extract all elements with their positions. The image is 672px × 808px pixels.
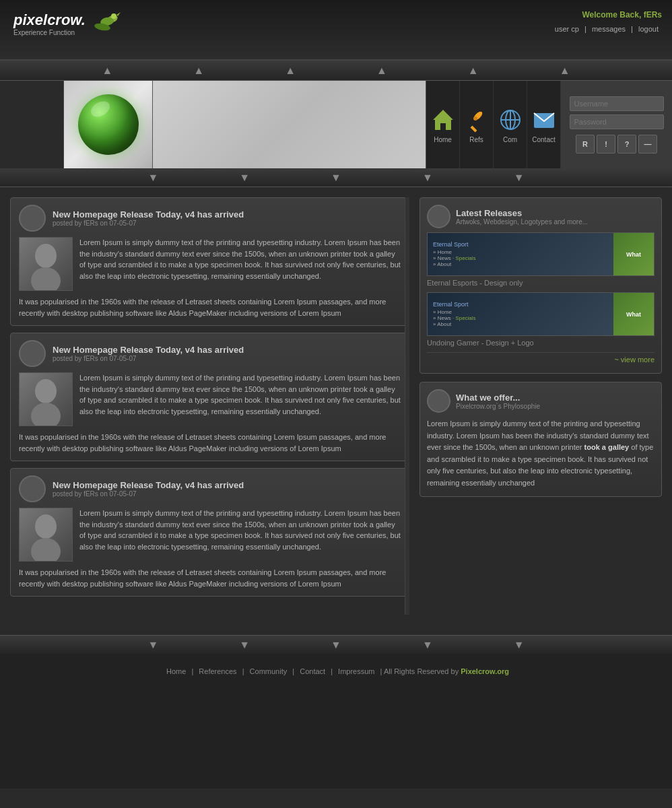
sphere-graphic	[78, 94, 139, 155]
post-title: New Homepage Release Today, v4 has arriv…	[53, 209, 244, 220]
release-stripe-2: What	[613, 293, 654, 335]
messages-link[interactable]: messages	[592, 25, 626, 33]
nav-tick-bar-2: ▼ ▼ ▼ ▼ ▼	[0, 168, 672, 187]
nav-tick-5: ▲	[468, 65, 479, 77]
footer-community-link[interactable]: Community	[250, 667, 288, 675]
login-submit-button[interactable]: R	[576, 135, 595, 154]
svg-point-16	[31, 403, 61, 426]
svg-point-3	[111, 13, 116, 19]
login-help-button[interactable]: ?	[617, 135, 636, 154]
nav-refs[interactable]: Refs	[460, 81, 494, 168]
site-tagline: Experience Function	[13, 29, 86, 36]
offer-body: Lorem Ipsum is simply dummy text of the …	[427, 418, 654, 490]
post-thumbnail	[19, 508, 73, 562]
password-input[interactable]	[570, 114, 664, 129]
username-input[interactable]	[570, 96, 664, 111]
post-header: New Homepage Release Today, v4 has arriv…	[19, 475, 401, 502]
login-box: R ! ? —	[561, 81, 672, 168]
offer-subtitle: Pixelcrow.org`s Phylosophie	[456, 403, 540, 410]
post-body-text: Lorem Ipsum is simply dummy text of the …	[79, 237, 401, 291]
footer-impressum-link[interactable]: Impressum	[338, 667, 374, 675]
nav-home[interactable]: Home	[426, 81, 460, 168]
welcome-message: Welcome Back, fERs	[551, 10, 662, 20]
avatar	[19, 205, 46, 232]
post-title: New Homepage Release Today, v4 has arriv…	[53, 480, 244, 490]
section-avatar	[427, 205, 450, 228]
logout-link[interactable]: logout	[638, 25, 659, 33]
post-item: New Homepage Release Today, v4 has arriv…	[10, 197, 409, 326]
nav-com[interactable]: Com	[494, 81, 527, 168]
footer-references-link[interactable]: References	[199, 667, 236, 675]
nav-tick-6: ▲	[560, 65, 570, 77]
svg-rect-5	[470, 125, 477, 132]
footer-tick-4: ▼	[422, 639, 433, 651]
footer-home-link[interactable]: Home	[166, 667, 186, 675]
main-content: New Homepage Release Today, v4 has arriv…	[0, 187, 672, 625]
post-item: New Homepage Release Today, v4 has arriv…	[10, 468, 409, 597]
release-label-2: Undoing Gamer - Design + Logo	[427, 339, 654, 347]
release-label: Eternal Esports - Design only	[427, 279, 654, 287]
nav-tick-1: ▲	[102, 65, 112, 77]
nav-tick2-3: ▼	[331, 172, 341, 184]
footer-tick-3: ▼	[331, 639, 341, 651]
svg-point-14	[31, 267, 61, 291]
section-header: Latest Releases Artwoks, Webdesign, Logo…	[427, 205, 654, 228]
post-meta: posted by fERs on 07-05-07	[53, 220, 244, 227]
nav-contact[interactable]: Contact	[527, 81, 561, 168]
latest-releases-title: Latest Releases	[456, 208, 588, 218]
post-thumbnail	[19, 372, 73, 426]
offer-text-bold: took a galley	[584, 443, 630, 451]
nav-tick2-1: ▼	[147, 172, 158, 184]
post-extra-text: It was popularised in the 1960s with the…	[19, 432, 401, 454]
post-meta: posted by fERs on 07-05-07	[53, 355, 244, 362]
nav-tick2-2: ▼	[239, 172, 250, 184]
post-thumbnail	[19, 237, 73, 291]
nav-tick2-5: ▼	[514, 172, 525, 184]
release-item: Eternal Sport » Home » News · Specials »…	[427, 232, 654, 287]
posts-column: New Homepage Release Today, v4 has arriv…	[10, 197, 409, 615]
footer-contact-link[interactable]: Contact	[300, 667, 325, 675]
svg-point-15	[35, 379, 57, 403]
footer-rights-text: All Rights Reserved by	[384, 667, 459, 675]
post-meta: posted by fERs on 07-05-07	[53, 490, 244, 498]
footer: Home | References | Community | Contact …	[0, 654, 672, 788]
post-body: Lorem Ipsum is simply dummy text of the …	[19, 508, 401, 562]
release-name-2: Undoing Gamer	[427, 339, 479, 347]
release-name: Eternal Esports	[427, 279, 477, 287]
com-label: Com	[503, 136, 517, 143]
contact-icon	[531, 106, 558, 133]
release-preview: Eternal Sport » Home » News · Specials »…	[427, 292, 654, 336]
user-cp-link[interactable]: user cp	[555, 25, 579, 33]
footer-brand: Pixelcrow.org	[461, 667, 509, 675]
latest-releases-box: Latest Releases Artwoks, Webdesign, Logo…	[419, 197, 662, 374]
banner-nav-icons: Home Refs Com	[426, 81, 561, 168]
logo-area: pixelcrow. Experience Function	[13, 7, 126, 40]
post-body: Lorem Ipsum is simply dummy text of the …	[19, 237, 401, 291]
post-extra-text: It was popularised in the 1960s with the…	[19, 567, 401, 589]
banner-area: Home Refs Com	[0, 81, 672, 168]
release-item: Eternal Sport » Home » News · Specials »…	[427, 292, 654, 347]
login-dash-button[interactable]: —	[638, 135, 657, 154]
release-preview: Eternal Sport » Home » News · Specials »…	[427, 232, 654, 276]
post-body: Lorem Ipsum is simply dummy text of the …	[19, 372, 401, 426]
banner-logo-box	[0, 81, 64, 168]
nav-tick-3: ▲	[285, 65, 296, 77]
svg-point-18	[31, 538, 61, 562]
logo-bird-icon	[92, 7, 126, 40]
home-label: Home	[434, 136, 452, 143]
post-item: New Homepage Release Today, v4 has arriv…	[10, 333, 409, 461]
nav-tick-bar: ▲ ▲ ▲ ▲ ▲ ▲	[0, 61, 672, 81]
login-info-button[interactable]: !	[597, 135, 615, 154]
footer-tick-5: ▼	[514, 639, 525, 651]
login-buttons: R ! ? —	[576, 135, 657, 154]
nav-tick2-4: ▼	[422, 172, 433, 184]
offer-avatar	[427, 389, 450, 413]
release-type: -	[479, 279, 484, 287]
logo-text-block: pixelcrow. Experience Function	[13, 11, 86, 36]
view-more-link[interactable]: ~ view more	[427, 352, 654, 366]
post-header: New Homepage Release Today, v4 has arriv…	[19, 340, 401, 367]
welcome-text: Welcome Back,	[582, 10, 641, 20]
com-icon	[497, 106, 524, 133]
offer-title: What we offer...	[456, 393, 540, 403]
refs-label: Refs	[469, 136, 483, 143]
